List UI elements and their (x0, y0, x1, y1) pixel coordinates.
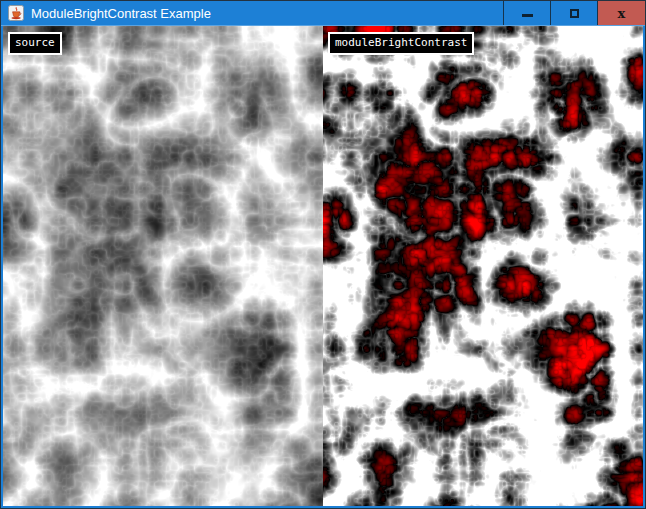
close-button[interactable]: x (597, 1, 645, 25)
titlebar[interactable]: ModuleBrightContrast Example x (1, 1, 645, 26)
java-icon (8, 5, 24, 21)
content-area: source moduleBrightContrast (3, 26, 643, 506)
close-icon: x (618, 7, 626, 20)
modulebrightcontrast-panel: moduleBrightContrast (323, 26, 643, 506)
modulebrightcontrast-image (323, 26, 643, 506)
window: ModuleBrightContrast Example x source mo… (0, 0, 646, 509)
minimize-icon (522, 14, 533, 17)
window-controls: x (503, 1, 645, 25)
window-title: ModuleBrightContrast Example (31, 6, 503, 21)
maximize-icon (570, 9, 579, 18)
minimize-button[interactable] (503, 1, 550, 25)
source-image (3, 26, 323, 506)
maximize-button[interactable] (550, 1, 597, 25)
source-label: source (8, 32, 62, 55)
modulebrightcontrast-label: moduleBrightContrast (328, 32, 474, 55)
source-panel: source (3, 26, 323, 506)
